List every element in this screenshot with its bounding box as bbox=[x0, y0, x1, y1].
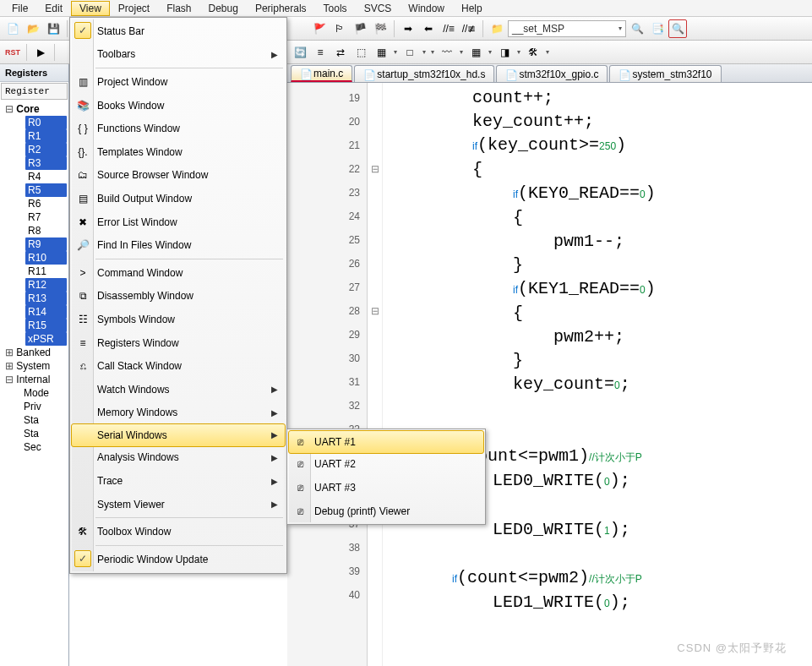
view-menu-item[interactable]: 📚Books Window bbox=[72, 94, 285, 117]
editor-tab[interactable]: 📄startup_stm32f10x_hd.s bbox=[354, 65, 494, 82]
view-menu-item[interactable]: Serial Windows▶ bbox=[71, 423, 286, 447]
register-item[interactable]: R9 bbox=[25, 237, 67, 251]
view-menu-item[interactable]: ≡Registers Window bbox=[72, 331, 285, 355]
view-menu-item[interactable]: ☷Symbols Window bbox=[72, 308, 285, 331]
toolbar-icon[interactable]: 🛠 bbox=[524, 43, 542, 62]
toolbar-icon[interactable]: ◨ bbox=[495, 43, 514, 62]
tree-leaf[interactable]: Sec bbox=[2, 440, 67, 454]
register-item[interactable]: R12 bbox=[25, 278, 67, 292]
register-item[interactable]: R13 bbox=[25, 292, 67, 305]
view-menu-item[interactable]: ✖Error List Window bbox=[72, 210, 285, 234]
menu-item-label: Status Bar bbox=[97, 25, 285, 37]
view-menu-item[interactable]: 🔎Find In Files Window bbox=[72, 233, 285, 257]
tree-group[interactable]: ⊞ System bbox=[2, 359, 67, 373]
toolbar-icon[interactable]: ≡ bbox=[311, 43, 330, 62]
view-menu-item[interactable]: ▥Project Window bbox=[72, 70, 285, 94]
view-menu-item[interactable]: ⧉Disassembly Window bbox=[72, 285, 285, 308]
tree-leaf[interactable]: Priv bbox=[2, 400, 67, 413]
view-menu-item[interactable]: ✓Status Bar bbox=[72, 19, 285, 43]
register-item[interactable]: R11 bbox=[25, 265, 67, 278]
open-file-icon[interactable]: 📂 bbox=[24, 19, 42, 38]
tree-group[interactable]: ⊞ Banked bbox=[2, 346, 67, 359]
register-item[interactable]: R3 bbox=[25, 156, 67, 170]
menu-file[interactable]: File bbox=[3, 1, 36, 16]
find-icon[interactable]: 🔍 bbox=[628, 19, 646, 38]
view-menu-item[interactable]: Toolbars▶ bbox=[72, 43, 285, 67]
indent-icon[interactable]: ➡ bbox=[399, 19, 417, 38]
toolbar-icon[interactable]: ⬚ bbox=[352, 43, 370, 62]
register-item[interactable]: R4 bbox=[25, 170, 67, 183]
serial-submenu-item[interactable]: ⎚UART #1 bbox=[288, 430, 484, 454]
view-menu-item[interactable]: {}.Templates Window bbox=[72, 140, 285, 164]
view-menu-item[interactable]: Memory Windows▶ bbox=[72, 401, 285, 425]
menu-project[interactable]: Project bbox=[110, 1, 158, 16]
run-icon[interactable]: ▶ bbox=[31, 43, 50, 62]
register-item[interactable]: R5 bbox=[25, 183, 67, 197]
view-menu-item[interactable]: Analysis Windows▶ bbox=[72, 446, 285, 470]
toolbar-icon[interactable]: ▦ bbox=[372, 43, 390, 62]
menu-window[interactable]: Window bbox=[400, 1, 453, 16]
new-file-icon[interactable]: 📄 bbox=[3, 19, 22, 38]
config-icon[interactable]: 🔍 bbox=[668, 19, 687, 38]
menu-flash[interactable]: Flash bbox=[158, 1, 199, 16]
view-menu-item[interactable]: 🛠Toolbox Window bbox=[72, 520, 285, 543]
register-item[interactable]: R1 bbox=[25, 129, 67, 143]
serial-submenu-item[interactable]: ⎚Debug (printf) Viewer bbox=[289, 500, 483, 523]
uncomment-icon[interactable]: //≢ bbox=[460, 19, 478, 38]
line-number-gutter: 1920212223242526272829303132333435363738… bbox=[287, 83, 368, 666]
editor-tab[interactable]: 📄stm32f10x_gpio.c bbox=[496, 65, 608, 82]
view-menu-item[interactable]: { }Functions Window bbox=[72, 117, 285, 140]
editor-tab[interactable]: 📄system_stm32f10 bbox=[609, 65, 721, 82]
view-menu-item[interactable]: System Viewer▶ bbox=[72, 493, 285, 516]
save-icon[interactable]: 💾 bbox=[44, 19, 63, 38]
register-item[interactable]: xPSR bbox=[25, 332, 67, 346]
toolbar-icon[interactable]: 〰 bbox=[438, 43, 456, 62]
open-folder-icon[interactable]: 📁 bbox=[488, 19, 506, 38]
menu-svcs[interactable]: SVCS bbox=[356, 1, 401, 16]
reset-icon[interactable]: RST bbox=[3, 43, 22, 62]
view-menu-item[interactable]: 🗂Source Browser Window bbox=[72, 164, 285, 188]
register-item[interactable]: R7 bbox=[25, 210, 67, 224]
menu-help[interactable]: Help bbox=[453, 1, 491, 16]
register-item[interactable]: R14 bbox=[25, 305, 67, 319]
toolbar-icon[interactable]: ⇄ bbox=[331, 43, 350, 62]
view-menu-item[interactable]: ▤Build Output Window bbox=[72, 187, 285, 210]
flag3-icon[interactable]: 🏴 bbox=[351, 19, 369, 38]
menu-tools[interactable]: Tools bbox=[315, 1, 356, 16]
serial-submenu-item[interactable]: ⎚UART #2 bbox=[289, 453, 483, 477]
flag-icon[interactable]: 🚩 bbox=[310, 19, 329, 38]
code-content[interactable]: count++; key_count++; if(key_count>=250)… bbox=[383, 83, 812, 666]
tree-leaf[interactable]: Mode bbox=[2, 386, 67, 400]
serial-submenu-item[interactable]: ⎚UART #3 bbox=[289, 476, 483, 500]
menu-edit[interactable]: Edit bbox=[36, 1, 71, 16]
code-editor[interactable]: 1920212223242526272829303132333435363738… bbox=[287, 83, 812, 666]
tree-group[interactable]: ⊟ Internal bbox=[2, 373, 67, 386]
register-item[interactable]: R6 bbox=[25, 197, 67, 210]
view-menu-item[interactable]: Watch Windows▶ bbox=[72, 378, 285, 401]
register-item[interactable]: R0 bbox=[25, 116, 67, 129]
comment-icon[interactable]: //≡ bbox=[439, 19, 458, 38]
toolbar-icon[interactable]: 🔄 bbox=[291, 43, 309, 62]
view-menu-item[interactable]: ✓Periodic Window Update bbox=[72, 548, 285, 571]
menu-debug[interactable]: Debug bbox=[200, 1, 247, 16]
register-item[interactable]: R10 bbox=[25, 251, 67, 265]
view-menu-item[interactable]: >Command Window bbox=[72, 261, 285, 285]
toolbar-icon[interactable]: ▦ bbox=[466, 43, 485, 62]
tree-leaf[interactable]: Sta bbox=[2, 427, 67, 440]
menu-view[interactable]: View bbox=[71, 1, 110, 16]
menu-peripherals[interactable]: Peripherals bbox=[247, 1, 315, 16]
view-menu-item[interactable]: Trace▶ bbox=[72, 469, 285, 493]
flag4-icon[interactable]: 🏁 bbox=[371, 19, 390, 38]
register-item[interactable]: R2 bbox=[25, 143, 67, 156]
editor-tab[interactable]: 📄main.c bbox=[291, 65, 352, 82]
tree-leaf[interactable]: Sta bbox=[2, 413, 67, 427]
flag2-icon[interactable]: 🏳 bbox=[330, 19, 349, 38]
register-item[interactable]: R15 bbox=[25, 319, 67, 332]
outdent-icon[interactable]: ⬅ bbox=[419, 19, 438, 38]
toolbar-icon[interactable]: □ bbox=[401, 43, 419, 62]
symbol-combo[interactable]: __set_MSP ▾ bbox=[508, 20, 626, 37]
tree-root[interactable]: ⊟ Core bbox=[2, 102, 67, 116]
doc-icon[interactable]: 📑 bbox=[648, 19, 667, 38]
view-menu-item[interactable]: ⎌Call Stack Window bbox=[72, 354, 285, 378]
register-item[interactable]: R8 bbox=[25, 224, 67, 237]
